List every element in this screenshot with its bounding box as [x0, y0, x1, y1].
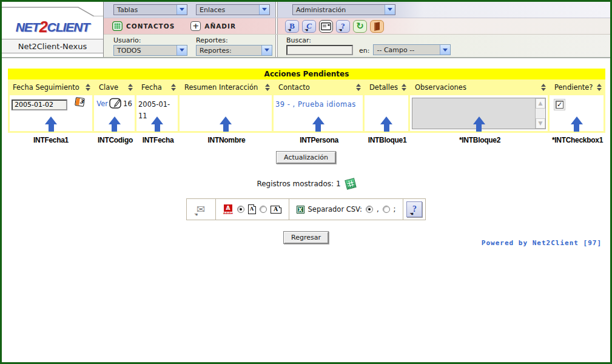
chevron-down-icon[interactable]: [177, 46, 187, 55]
column-header[interactable]: Clave: [94, 79, 136, 95]
column-header[interactable]: Pendiente?: [550, 79, 605, 95]
sort-icon[interactable]: [86, 84, 90, 91]
help-cell: ? ☚: [403, 199, 425, 220]
field-arrow-icon: [151, 116, 163, 132]
exit-button[interactable]: [370, 20, 384, 33]
pendiente-checkbox[interactable]: ✓: [554, 99, 565, 110]
letter-c-button[interactable]: C ☚: [302, 20, 316, 33]
tool-icons: B ☚ C ☚: [285, 20, 384, 33]
column-label: Contacto: [278, 83, 310, 92]
regresar-button[interactable]: Regresar: [283, 231, 329, 244]
filter-group-left: Usuario: TODOS Reportes: Reportes:: [104, 35, 275, 57]
contactos-label: CONTACTOS: [126, 22, 175, 30]
pendiente-cell: ✓: [550, 95, 605, 133]
sort-icon[interactable]: [171, 84, 176, 91]
sort-icon[interactable]: [128, 84, 133, 91]
reportes-select-value: Reportes:: [197, 46, 261, 55]
reportes-field: Reportes: Reportes:: [196, 36, 272, 56]
hand-cursor-icon: ☚: [194, 212, 198, 217]
chevron-down-icon[interactable]: [440, 45, 450, 55]
en-label: en:: [359, 47, 369, 55]
contactos-button[interactable]: CONTACTOS: [112, 21, 175, 31]
scroll-down-icon[interactable]: ▼: [536, 118, 545, 129]
column-header[interactable]: Observaciones: [410, 79, 550, 95]
records-text: Registros mostrados: 1: [257, 180, 340, 188]
chevron-down-icon[interactable]: [385, 5, 395, 15]
mail-button[interactable]: [319, 20, 333, 33]
sort-icon[interactable]: [597, 84, 602, 91]
field-label: *INTBloque2: [410, 133, 550, 144]
header: NET2CLIENT Net2Client-Nexus Tablas Enlac…: [2, 2, 610, 58]
tablas-select[interactable]: Tablas: [113, 4, 187, 15]
column-header[interactable]: Detalles: [365, 79, 410, 95]
sort-icon[interactable]: [356, 84, 361, 91]
excel-icon[interactable]: X: [297, 206, 304, 214]
tablas-select-value: Tablas: [114, 5, 177, 15]
hand-cursor-icon: ☚: [288, 28, 291, 33]
portrait-radio[interactable]: [237, 206, 244, 213]
filter-group-right: Buscar: en: -- Campo --: [278, 35, 610, 57]
powered-by-text: Powered by Net2Client [97]: [482, 239, 602, 247]
chevron-down-icon[interactable]: [177, 5, 187, 15]
sort-icon[interactable]: [265, 84, 270, 91]
column-header[interactable]: Fecha Seguimiento: [8, 79, 94, 95]
contacto-value[interactable]: 39 - , Prueba idiomas: [275, 100, 356, 109]
clave-value: 16: [123, 99, 132, 108]
field-label: INTFecha: [136, 133, 180, 144]
logo-client-text: CLIENT: [47, 20, 90, 34]
menu-group-left: Tablas Enlaces: [104, 2, 275, 18]
fecha-seguimiento-input[interactable]: [12, 99, 67, 110]
reportes-label: Reportes:: [196, 36, 272, 44]
column-label: Pendiente?: [554, 83, 593, 92]
plus-icon: +: [190, 21, 201, 31]
note-edit-icon[interactable]: [109, 98, 122, 109]
export-help-button[interactable]: ? ☚: [406, 201, 422, 217]
product-name: Net2Client-Nexus: [2, 39, 103, 53]
app-window: NET2CLIENT Net2Client-Nexus Tablas Enlac…: [0, 0, 612, 364]
campo-select[interactable]: -- Campo --: [373, 44, 451, 55]
administracion-select-value: Administración: [293, 5, 385, 15]
ver-link[interactable]: Ver: [96, 99, 108, 108]
mail-icon: [321, 22, 331, 30]
calendar-icon[interactable]: 3: [75, 97, 85, 107]
bold-b-button[interactable]: B ☚: [285, 20, 299, 33]
chevron-down-icon[interactable]: [259, 5, 269, 15]
column-header[interactable]: Fecha: [136, 79, 180, 95]
actualizacion-button[interactable]: Actualización: [276, 151, 336, 164]
reportes-select[interactable]: Reportes:: [196, 45, 272, 56]
footer: Regresar Powered by Net2Client [97]: [2, 231, 610, 249]
doc-letter: A: [274, 206, 278, 212]
scrollbar[interactable]: ▲ ▼: [535, 98, 545, 129]
tab-shape: [2, 2, 103, 16]
table-grid-icon: [112, 21, 123, 31]
table-header-row: Fecha Seguimiento Clave Fecha Resumen In…: [8, 79, 605, 95]
chevron-down-icon[interactable]: [261, 46, 272, 55]
landscape-doc-icon[interactable]: A: [271, 206, 281, 214]
hand-cursor-icon: ☚: [409, 212, 413, 217]
comma-radio[interactable]: [366, 206, 373, 213]
semicolon-radio[interactable]: [383, 206, 390, 213]
table-title: Acciones Pendientes: [8, 69, 605, 79]
administracion-select[interactable]: Administración: [292, 4, 395, 15]
enlaces-select[interactable]: Enlaces: [196, 4, 270, 15]
portrait-doc-icon[interactable]: A: [248, 204, 256, 214]
refresh-icon: ↻: [356, 22, 364, 31]
sort-icon[interactable]: [402, 84, 406, 91]
column-label: Detalles: [369, 83, 398, 92]
help-button[interactable]: ? ☚: [336, 20, 350, 33]
sort-icon[interactable]: [541, 84, 546, 91]
scroll-up-icon[interactable]: ▲: [536, 98, 545, 109]
buscar-input[interactable]: [286, 45, 353, 55]
send-mail-icon[interactable]: ✉☚: [197, 203, 205, 215]
usuario-select[interactable]: TODOS: [113, 45, 187, 56]
detalles-cell: [365, 95, 410, 133]
column-header[interactable]: Resumen Interacción: [180, 79, 274, 95]
door-exit-icon: [374, 22, 380, 30]
action-row: CONTACTOS + AÑADIR B ☚ C: [104, 18, 610, 35]
column-header[interactable]: Contacto: [274, 79, 365, 95]
landscape-radio[interactable]: [260, 206, 267, 213]
anadir-button[interactable]: + AÑADIR: [190, 21, 236, 31]
refresh-button[interactable]: ↻: [353, 20, 367, 33]
field-arrow-icon: [571, 116, 583, 132]
adobe-pdf-icon[interactable]: A Adobe: [223, 204, 234, 215]
